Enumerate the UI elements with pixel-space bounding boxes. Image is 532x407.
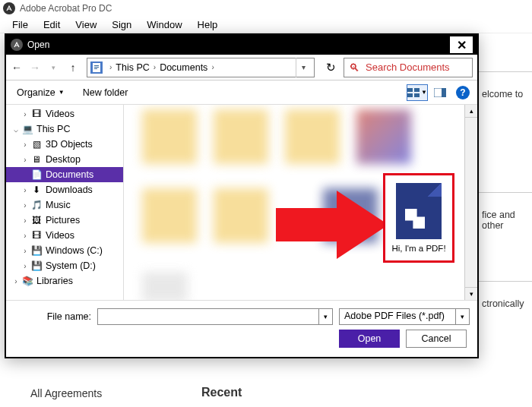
3d-icon: ▧ xyxy=(30,138,43,150)
svg-rect-1 xyxy=(94,65,99,66)
file-thumb[interactable] xyxy=(214,109,268,164)
pictures-icon: 🖼 xyxy=(30,214,43,226)
menu-help[interactable]: Help xyxy=(190,17,226,32)
scroll-up-icon[interactable]: ▴ xyxy=(465,105,477,118)
tree-item-pictures[interactable]: ›🖼Pictures xyxy=(6,213,123,228)
tree-item-downloads[interactable]: ›⬇Downloads xyxy=(6,182,123,197)
file-list[interactable]: Hi, I'm a PDF! ▴ ▾ xyxy=(124,105,477,300)
search-input[interactable]: 🔍︎ Search Documents xyxy=(344,58,473,77)
tree-item-label: Pictures xyxy=(46,215,80,226)
expander-icon[interactable]: › xyxy=(20,201,30,210)
chevron-right-icon: › xyxy=(150,63,160,71)
new-folder-button[interactable]: New folder xyxy=(83,87,128,98)
scrollbar[interactable]: ▴ ▾ xyxy=(464,105,477,300)
open-button[interactable]: Open xyxy=(339,330,400,348)
dialog-body: ›🎞Videos⌵💻This PC›▧3D Objects›🖥Desktop📄D… xyxy=(6,105,477,300)
tree-item-label: System (D:) xyxy=(46,260,96,271)
tree-item-label: Libraries xyxy=(36,276,73,286)
expander-icon[interactable]: › xyxy=(20,232,30,240)
scroll-down-icon[interactable]: ▾ xyxy=(465,287,477,300)
tree-item-documents[interactable]: 📄Documents xyxy=(6,167,123,182)
organize-button[interactable]: Organize xyxy=(14,86,68,99)
dialog-titlebar: Open ✕ xyxy=(6,35,477,55)
pdf-icon xyxy=(396,183,442,239)
close-button[interactable]: ✕ xyxy=(450,36,473,53)
menu-window[interactable]: Window xyxy=(139,17,189,32)
tree-item-videos[interactable]: ›🎞Videos xyxy=(6,106,123,121)
breadcrumb[interactable]: › This PC › Documents › ▾ xyxy=(87,58,315,77)
document-icon xyxy=(90,62,103,74)
expander-icon[interactable]: › xyxy=(20,216,30,225)
filetype-select[interactable]: Adobe PDF Files (*.pdf) ▾ xyxy=(339,308,470,325)
refresh-button[interactable]: ↻ xyxy=(321,58,340,77)
forward-button[interactable]: → xyxy=(26,58,44,77)
dialog-footer: File name: ▾ Adobe PDF Files (*.pdf) ▾ O… xyxy=(6,300,477,357)
svg-marker-10 xyxy=(276,191,388,259)
filename-label: File name: xyxy=(14,311,97,322)
expander-icon[interactable]: › xyxy=(20,110,30,118)
menu-sign[interactable]: Sign xyxy=(104,17,139,32)
svg-rect-6 xyxy=(407,93,413,97)
drive-icon: 💾 xyxy=(30,245,43,257)
up-button[interactable]: ↑ xyxy=(64,58,82,77)
tree-item-label: Videos xyxy=(46,109,74,119)
menu-edit[interactable]: Edit xyxy=(36,17,68,32)
file-thumb[interactable] xyxy=(142,272,188,300)
toolbar: Organize New folder ▼ ? xyxy=(6,80,477,105)
file-thumb[interactable] xyxy=(356,109,411,164)
tree-item-system-d-[interactable]: ›💾System (D:) xyxy=(6,258,123,273)
highlighted-file[interactable]: Hi, I'm a PDF! xyxy=(383,173,454,263)
menu-file[interactable]: File xyxy=(5,17,36,32)
tree-item-windows-c-[interactable]: ›💾Windows (C:) xyxy=(6,243,123,258)
expander-icon[interactable]: › xyxy=(20,247,30,255)
expander-icon[interactable]: › xyxy=(20,140,30,149)
dropdown-icon[interactable]: ▾ xyxy=(318,309,332,324)
bg-side-text: elcome to fice and other ctronically xyxy=(479,71,532,326)
help-button[interactable]: ? xyxy=(456,86,470,99)
preview-pane-button[interactable] xyxy=(429,84,451,101)
folder-tree: ›🎞Videos⌵💻This PC›▧3D Objects›🖥Desktop📄D… xyxy=(6,105,124,300)
file-thumb[interactable] xyxy=(214,188,268,243)
expander-icon[interactable]: › xyxy=(11,277,21,286)
tree-item-label: This PC xyxy=(36,124,70,134)
expander-icon[interactable]: › xyxy=(20,156,30,164)
tree-item-desktop[interactable]: ›🖥Desktop xyxy=(6,152,123,167)
tree-item-3d-objects[interactable]: ›▧3D Objects xyxy=(6,137,123,152)
dialog-title: Open xyxy=(27,39,49,50)
tree-item-this-pc[interactable]: ⌵💻This PC xyxy=(6,121,123,137)
tree-item-music[interactable]: ›🎵Music xyxy=(6,197,123,213)
recent-heading: Recent xyxy=(201,386,242,399)
desktop-icon: 🖥 xyxy=(30,153,43,166)
app-titlebar: Adobe Acrobat Pro DC xyxy=(0,0,532,17)
drive-icon: 💾 xyxy=(30,260,43,272)
menubar: File Edit View Sign Window Help xyxy=(0,17,532,33)
breadcrumb-folder[interactable]: Documents xyxy=(160,62,207,73)
tree-item-label: 3D Objects xyxy=(46,139,93,150)
tree-item-label: Downloads xyxy=(46,185,93,195)
file-thumb[interactable] xyxy=(142,109,197,164)
tree-item-videos[interactable]: ›🎞Videos xyxy=(6,228,123,243)
tree-item-label: Videos xyxy=(46,230,74,241)
filename-input[interactable]: ▾ xyxy=(97,308,333,325)
expander-icon[interactable]: › xyxy=(20,186,30,194)
breadcrumb-dropdown[interactable]: ▾ xyxy=(296,58,311,77)
music-icon: 🎵 xyxy=(30,199,43,211)
svg-rect-5 xyxy=(414,88,420,92)
open-dialog: Open ✕ ← → ▾ ↑ › This PC › Documents › ▾… xyxy=(5,33,479,358)
file-thumb[interactable] xyxy=(142,188,197,243)
search-icon: 🔍︎ xyxy=(349,62,359,74)
videos-icon: 🎞 xyxy=(30,108,43,120)
expander-icon[interactable]: › xyxy=(20,262,30,270)
file-thumb[interactable] xyxy=(285,109,340,164)
all-agreements-label[interactable]: All Agreements xyxy=(30,387,102,399)
chevron-right-icon: › xyxy=(106,63,116,71)
recent-dropdown[interactable]: ▾ xyxy=(44,58,62,77)
dropdown-icon[interactable]: ▾ xyxy=(455,309,469,324)
cancel-button[interactable]: Cancel xyxy=(406,330,467,348)
tree-item-libraries[interactable]: ›📚Libraries xyxy=(6,273,123,289)
breadcrumb-root[interactable]: This PC xyxy=(116,62,149,73)
view-mode-button[interactable]: ▼ xyxy=(407,84,428,101)
expander-icon[interactable]: ⌵ xyxy=(11,125,21,134)
menu-view[interactable]: View xyxy=(68,17,104,32)
back-button[interactable]: ← xyxy=(8,58,26,77)
